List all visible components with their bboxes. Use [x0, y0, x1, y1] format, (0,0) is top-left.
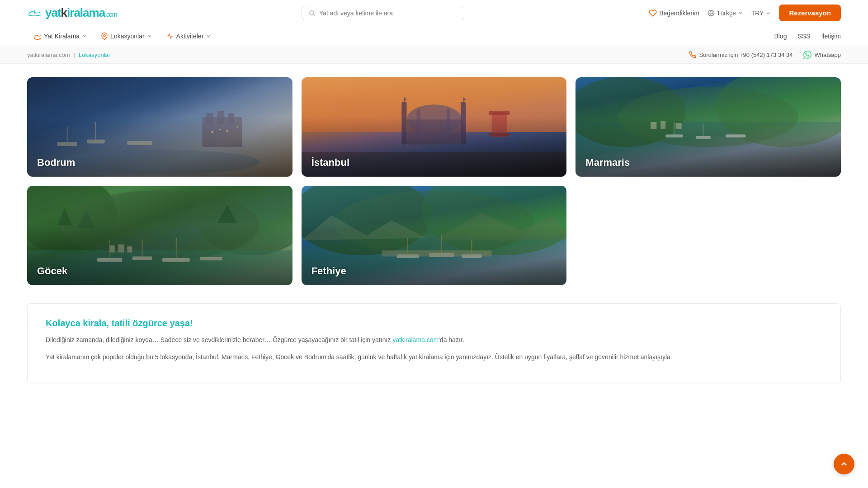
- svg-line-2: [313, 14, 315, 16]
- logo-text: yatkiralama.com: [45, 6, 117, 20]
- header-actions: Beğendiklerim Türkçe TRY Rezervasyon: [649, 5, 841, 21]
- boat-icon: [27, 9, 42, 18]
- info-para1: Dilediğiniz zamanda, dilediğiniz koyda… …: [46, 335, 822, 346]
- favorites-button[interactable]: Beğendiklerim: [649, 9, 699, 17]
- nav-right: Blog SSS İletişim: [774, 33, 841, 40]
- chevron-down-nav-3: [206, 33, 211, 39]
- empty-cell: [576, 186, 841, 285]
- whatsapp-contact[interactable]: Whatsapp: [803, 51, 841, 59]
- logo[interactable]: yatkiralama.com: [27, 6, 117, 20]
- favorites-label: Beğendiklerim: [659, 9, 699, 17]
- bodrum-label: Bodrum: [37, 157, 75, 169]
- activity-icon: [166, 33, 174, 39]
- fethiye-label: Fethiye: [311, 265, 346, 277]
- language-selector[interactable]: Türkçe: [708, 9, 743, 17]
- location-card-marmaris[interactable]: Marmaris: [576, 77, 841, 177]
- nav-sss[interactable]: SSS: [797, 33, 810, 40]
- globe-icon: [708, 9, 715, 17]
- info-section: Kolayca kirala, tatili özgürce yaşa! Dil…: [27, 303, 841, 384]
- heart-icon: [649, 9, 657, 17]
- nav-blog[interactable]: Blog: [774, 33, 787, 40]
- breadcrumb-current: Lokasyonlar: [79, 52, 110, 58]
- chevron-down-icon-2: [765, 10, 771, 16]
- svg-point-5: [104, 34, 105, 36]
- nav-left: Yat Kiralama Lokasyonlar Aktiviteler: [27, 28, 217, 44]
- header-nav: Yat Kiralama Lokasyonlar Aktiviteler Blo…: [0, 26, 868, 46]
- chevron-down-nav-1: [82, 33, 87, 39]
- search-icon: [308, 9, 316, 17]
- info-para2: Yat kiralamanın çok popüler olduğu bu 5 …: [46, 352, 822, 363]
- phone-contact[interactable]: Sorularınız için +90 (542) 173 34 34: [689, 51, 793, 58]
- location-card-fethiye[interactable]: Fethiye: [302, 186, 567, 285]
- locations-grid-row1: Bodrum: [27, 77, 841, 177]
- phone-icon: [689, 51, 696, 58]
- locations-grid-row2: Göcek: [27, 186, 841, 285]
- whatsapp-label: Whatsapp: [814, 52, 841, 58]
- location-card-gocek[interactable]: Göcek: [27, 186, 292, 285]
- info-link[interactable]: yatkiralama.com: [392, 336, 439, 343]
- breadcrumb-home[interactable]: yatkiralama.com: [27, 52, 70, 58]
- currency-selector[interactable]: TRY: [751, 9, 771, 17]
- istanbul-label: İstanbul: [311, 157, 349, 169]
- search-bar[interactable]: [302, 6, 464, 20]
- currency-label: TRY: [751, 9, 764, 17]
- header-top: yatkiralama.com Beğendiklerim Türkçe TRY: [0, 0, 868, 26]
- rezervasyon-button[interactable]: Rezervasyon: [779, 5, 841, 21]
- location-card-istanbul[interactable]: İstanbul: [302, 77, 567, 177]
- phone-label: Sorularınız için +90 (542) 173 34 34: [699, 52, 793, 58]
- nav-yat-kiralama[interactable]: Yat Kiralama: [27, 29, 94, 43]
- contact-info: Sorularınız için +90 (542) 173 34 34 Wha…: [689, 51, 841, 59]
- whatsapp-icon: [803, 51, 811, 59]
- location-icon: [101, 32, 108, 40]
- breadcrumb: yatkiralama.com | Lokasyonlar: [27, 52, 110, 58]
- chevron-down-icon: [738, 10, 743, 16]
- language-label: Türkçe: [717, 9, 736, 17]
- info-title: Kolayca kirala, tatili özgürce yaşa!: [46, 318, 822, 328]
- boat-nav-icon: [33, 33, 42, 40]
- breadcrumb-separator: |: [74, 52, 75, 58]
- breadcrumb-bar: yatkiralama.com | Lokasyonlar Sorularını…: [0, 46, 868, 64]
- gocek-label: Göcek: [37, 265, 67, 277]
- nav-lokasyonlar[interactable]: Lokasyonlar: [94, 28, 159, 44]
- search-input[interactable]: [319, 9, 458, 17]
- chevron-down-nav-2: [147, 33, 152, 39]
- marmaris-label: Marmaris: [585, 157, 630, 169]
- svg-point-1: [309, 10, 313, 14]
- nav-aktiviteler[interactable]: Aktiviteler: [160, 29, 218, 43]
- location-card-bodrum[interactable]: Bodrum: [27, 77, 292, 177]
- nav-iletisim[interactable]: İletişim: [821, 33, 841, 40]
- main-content: Bodrum: [0, 64, 868, 402]
